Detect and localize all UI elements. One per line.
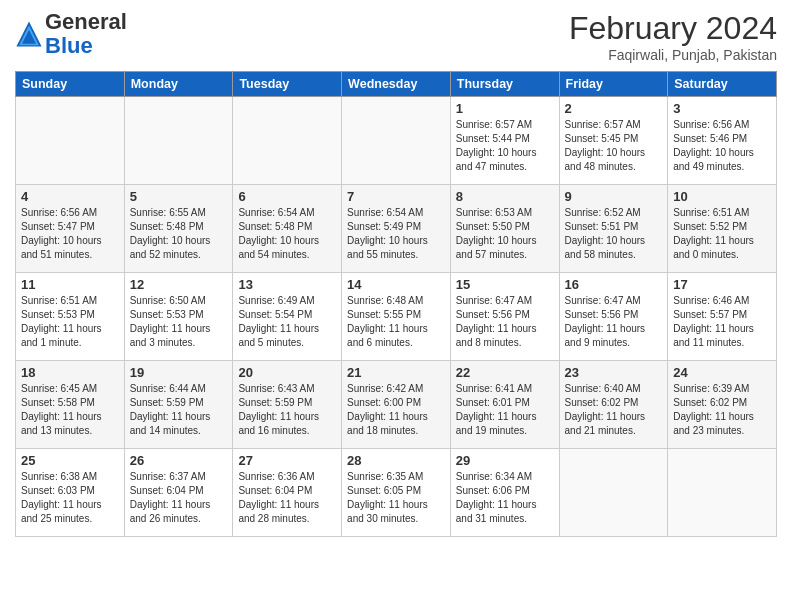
day-number: 4 [21, 189, 119, 204]
day-info: Sunrise: 6:38 AM Sunset: 6:03 PM Dayligh… [21, 470, 119, 526]
calendar-week-3: 11Sunrise: 6:51 AM Sunset: 5:53 PM Dayli… [16, 273, 777, 361]
day-info: Sunrise: 6:46 AM Sunset: 5:57 PM Dayligh… [673, 294, 771, 350]
day-number: 26 [130, 453, 228, 468]
day-info: Sunrise: 6:56 AM Sunset: 5:46 PM Dayligh… [673, 118, 771, 174]
col-monday: Monday [124, 72, 233, 97]
calendar-cell [342, 97, 451, 185]
day-info: Sunrise: 6:51 AM Sunset: 5:52 PM Dayligh… [673, 206, 771, 262]
day-info: Sunrise: 6:34 AM Sunset: 6:06 PM Dayligh… [456, 470, 554, 526]
calendar-cell: 20Sunrise: 6:43 AM Sunset: 5:59 PM Dayli… [233, 361, 342, 449]
day-number: 7 [347, 189, 445, 204]
calendar-cell: 1Sunrise: 6:57 AM Sunset: 5:44 PM Daylig… [450, 97, 559, 185]
calendar-cell: 17Sunrise: 6:46 AM Sunset: 5:57 PM Dayli… [668, 273, 777, 361]
day-info: Sunrise: 6:57 AM Sunset: 5:44 PM Dayligh… [456, 118, 554, 174]
calendar-week-2: 4Sunrise: 6:56 AM Sunset: 5:47 PM Daylig… [16, 185, 777, 273]
calendar-cell [124, 97, 233, 185]
calendar-cell: 7Sunrise: 6:54 AM Sunset: 5:49 PM Daylig… [342, 185, 451, 273]
day-info: Sunrise: 6:39 AM Sunset: 6:02 PM Dayligh… [673, 382, 771, 438]
day-info: Sunrise: 6:54 AM Sunset: 5:48 PM Dayligh… [238, 206, 336, 262]
calendar-cell: 10Sunrise: 6:51 AM Sunset: 5:52 PM Dayli… [668, 185, 777, 273]
calendar: Sunday Monday Tuesday Wednesday Thursday… [15, 71, 777, 537]
day-number: 25 [21, 453, 119, 468]
day-info: Sunrise: 6:48 AM Sunset: 5:55 PM Dayligh… [347, 294, 445, 350]
col-sunday: Sunday [16, 72, 125, 97]
day-info: Sunrise: 6:37 AM Sunset: 6:04 PM Dayligh… [130, 470, 228, 526]
calendar-cell: 25Sunrise: 6:38 AM Sunset: 6:03 PM Dayli… [16, 449, 125, 537]
logo-text: GeneralBlue [45, 10, 127, 58]
col-wednesday: Wednesday [342, 72, 451, 97]
day-number: 17 [673, 277, 771, 292]
col-thursday: Thursday [450, 72, 559, 97]
day-info: Sunrise: 6:51 AM Sunset: 5:53 PM Dayligh… [21, 294, 119, 350]
header: GeneralBlue February 2024 Faqirwali, Pun… [15, 10, 777, 63]
calendar-cell: 11Sunrise: 6:51 AM Sunset: 5:53 PM Dayli… [16, 273, 125, 361]
col-friday: Friday [559, 72, 668, 97]
day-info: Sunrise: 6:53 AM Sunset: 5:50 PM Dayligh… [456, 206, 554, 262]
day-number: 23 [565, 365, 663, 380]
day-number: 27 [238, 453, 336, 468]
day-info: Sunrise: 6:43 AM Sunset: 5:59 PM Dayligh… [238, 382, 336, 438]
col-tuesday: Tuesday [233, 72, 342, 97]
calendar-cell: 19Sunrise: 6:44 AM Sunset: 5:59 PM Dayli… [124, 361, 233, 449]
day-number: 2 [565, 101, 663, 116]
day-number: 18 [21, 365, 119, 380]
day-number: 5 [130, 189, 228, 204]
calendar-cell: 3Sunrise: 6:56 AM Sunset: 5:46 PM Daylig… [668, 97, 777, 185]
day-number: 21 [347, 365, 445, 380]
calendar-cell: 16Sunrise: 6:47 AM Sunset: 5:56 PM Dayli… [559, 273, 668, 361]
day-info: Sunrise: 6:50 AM Sunset: 5:53 PM Dayligh… [130, 294, 228, 350]
day-info: Sunrise: 6:52 AM Sunset: 5:51 PM Dayligh… [565, 206, 663, 262]
day-info: Sunrise: 6:49 AM Sunset: 5:54 PM Dayligh… [238, 294, 336, 350]
day-info: Sunrise: 6:54 AM Sunset: 5:49 PM Dayligh… [347, 206, 445, 262]
day-number: 14 [347, 277, 445, 292]
day-number: 28 [347, 453, 445, 468]
page: GeneralBlue February 2024 Faqirwali, Pun… [0, 0, 792, 612]
calendar-cell [559, 449, 668, 537]
logo: GeneralBlue [15, 10, 127, 58]
calendar-cell [233, 97, 342, 185]
day-number: 16 [565, 277, 663, 292]
calendar-cell: 23Sunrise: 6:40 AM Sunset: 6:02 PM Dayli… [559, 361, 668, 449]
day-info: Sunrise: 6:56 AM Sunset: 5:47 PM Dayligh… [21, 206, 119, 262]
calendar-week-4: 18Sunrise: 6:45 AM Sunset: 5:58 PM Dayli… [16, 361, 777, 449]
title-block: February 2024 Faqirwali, Punjab, Pakista… [569, 10, 777, 63]
calendar-cell: 8Sunrise: 6:53 AM Sunset: 5:50 PM Daylig… [450, 185, 559, 273]
day-info: Sunrise: 6:45 AM Sunset: 5:58 PM Dayligh… [21, 382, 119, 438]
day-number: 9 [565, 189, 663, 204]
calendar-cell: 6Sunrise: 6:54 AM Sunset: 5:48 PM Daylig… [233, 185, 342, 273]
day-number: 29 [456, 453, 554, 468]
day-info: Sunrise: 6:36 AM Sunset: 6:04 PM Dayligh… [238, 470, 336, 526]
day-info: Sunrise: 6:57 AM Sunset: 5:45 PM Dayligh… [565, 118, 663, 174]
day-info: Sunrise: 6:47 AM Sunset: 5:56 PM Dayligh… [565, 294, 663, 350]
calendar-week-5: 25Sunrise: 6:38 AM Sunset: 6:03 PM Dayli… [16, 449, 777, 537]
day-number: 1 [456, 101, 554, 116]
day-number: 12 [130, 277, 228, 292]
day-number: 24 [673, 365, 771, 380]
calendar-cell: 22Sunrise: 6:41 AM Sunset: 6:01 PM Dayli… [450, 361, 559, 449]
day-info: Sunrise: 6:41 AM Sunset: 6:01 PM Dayligh… [456, 382, 554, 438]
day-info: Sunrise: 6:55 AM Sunset: 5:48 PM Dayligh… [130, 206, 228, 262]
day-info: Sunrise: 6:40 AM Sunset: 6:02 PM Dayligh… [565, 382, 663, 438]
calendar-header-row: Sunday Monday Tuesday Wednesday Thursday… [16, 72, 777, 97]
calendar-cell: 29Sunrise: 6:34 AM Sunset: 6:06 PM Dayli… [450, 449, 559, 537]
calendar-cell: 12Sunrise: 6:50 AM Sunset: 5:53 PM Dayli… [124, 273, 233, 361]
day-info: Sunrise: 6:47 AM Sunset: 5:56 PM Dayligh… [456, 294, 554, 350]
day-number: 15 [456, 277, 554, 292]
calendar-cell: 14Sunrise: 6:48 AM Sunset: 5:55 PM Dayli… [342, 273, 451, 361]
calendar-cell: 18Sunrise: 6:45 AM Sunset: 5:58 PM Dayli… [16, 361, 125, 449]
calendar-week-1: 1Sunrise: 6:57 AM Sunset: 5:44 PM Daylig… [16, 97, 777, 185]
calendar-cell [16, 97, 125, 185]
calendar-cell: 5Sunrise: 6:55 AM Sunset: 5:48 PM Daylig… [124, 185, 233, 273]
logo-icon [15, 20, 43, 48]
day-number: 3 [673, 101, 771, 116]
calendar-cell: 13Sunrise: 6:49 AM Sunset: 5:54 PM Dayli… [233, 273, 342, 361]
calendar-cell: 28Sunrise: 6:35 AM Sunset: 6:05 PM Dayli… [342, 449, 451, 537]
day-number: 20 [238, 365, 336, 380]
day-number: 13 [238, 277, 336, 292]
day-number: 22 [456, 365, 554, 380]
day-info: Sunrise: 6:44 AM Sunset: 5:59 PM Dayligh… [130, 382, 228, 438]
calendar-cell [668, 449, 777, 537]
day-number: 11 [21, 277, 119, 292]
calendar-cell: 24Sunrise: 6:39 AM Sunset: 6:02 PM Dayli… [668, 361, 777, 449]
calendar-cell: 4Sunrise: 6:56 AM Sunset: 5:47 PM Daylig… [16, 185, 125, 273]
